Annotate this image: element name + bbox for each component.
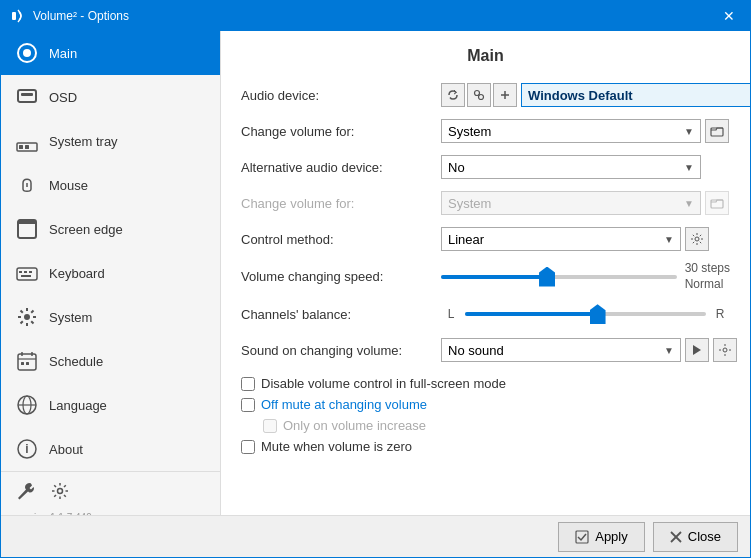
close-window-button[interactable]: ✕ bbox=[716, 5, 742, 27]
window-title: Volume² - Options bbox=[33, 9, 716, 23]
checkbox-fullscreen[interactable] bbox=[241, 377, 255, 391]
sidebar-item-language[interactable]: Language bbox=[1, 383, 220, 427]
alt-audio-dropdown[interactable]: No ▼ bbox=[441, 155, 701, 179]
svg-point-16 bbox=[24, 314, 30, 320]
svg-rect-7 bbox=[25, 145, 29, 149]
checkbox-volume-increase-label: Only on volume increase bbox=[283, 418, 426, 433]
audio-device-row: Audio device: bbox=[241, 81, 730, 109]
close-icon bbox=[670, 531, 682, 543]
sound-on-change-controls: No sound ▼ bbox=[441, 338, 737, 362]
sidebar-item-screen-edge[interactable]: Screen edge bbox=[1, 207, 220, 251]
alt-audio-label: Alternative audio device: bbox=[241, 160, 441, 175]
sidebar-about-label: About bbox=[49, 442, 83, 457]
wrench-icon[interactable] bbox=[15, 480, 37, 502]
svg-rect-14 bbox=[29, 271, 32, 273]
audio-device-controls: Windows Default ▼ bbox=[441, 83, 750, 107]
sidebar-item-schedule[interactable]: Schedule bbox=[1, 339, 220, 383]
change-volume-dropdown[interactable]: System ▼ bbox=[441, 119, 701, 143]
svg-rect-10 bbox=[18, 220, 36, 224]
control-method-settings[interactable] bbox=[685, 227, 709, 251]
sidebar-item-about[interactable]: i About bbox=[1, 427, 220, 471]
osd-icon bbox=[15, 85, 39, 109]
sound-settings-button[interactable] bbox=[713, 338, 737, 362]
link-icon-group bbox=[441, 83, 517, 107]
checkboxes-section: Disable volume control in full-screen mo… bbox=[241, 376, 730, 454]
change-volume-controls: System ▼ bbox=[441, 119, 730, 143]
change-volume2-controls: System ▼ bbox=[441, 191, 730, 215]
volume-speed-track[interactable] bbox=[441, 275, 677, 279]
sidebar-osd-label: OSD bbox=[49, 90, 77, 105]
volume-speed-controls: 30 steps Normal bbox=[441, 261, 730, 292]
app-icon bbox=[9, 7, 27, 25]
checkbox-volume-increase-row: Only on volume increase bbox=[263, 418, 730, 433]
change-volume2-value: System bbox=[448, 196, 684, 211]
svg-rect-22 bbox=[26, 362, 29, 365]
channels-balance-controls: L R bbox=[441, 307, 730, 321]
change-volume2-row: Change volume for: System ▼ bbox=[241, 189, 730, 217]
link-icon-2[interactable] bbox=[467, 83, 491, 107]
control-method-value: Linear bbox=[448, 232, 664, 247]
checkbox-mute-zero-row: Mute when volume is zero bbox=[241, 439, 730, 454]
volume-speed-info: 30 steps Normal bbox=[685, 261, 730, 292]
sidebar-item-keyboard[interactable]: Keyboard bbox=[1, 251, 220, 295]
audio-device-dropdown[interactable]: Windows Default ▼ bbox=[521, 83, 750, 107]
sidebar-item-osd[interactable]: OSD bbox=[1, 75, 220, 119]
alt-audio-controls: No ▼ bbox=[441, 155, 730, 179]
checkbox-mute-zero-label[interactable]: Mute when volume is zero bbox=[261, 439, 412, 454]
about-icon: i bbox=[15, 437, 39, 461]
play-button[interactable] bbox=[685, 338, 709, 362]
sidebar-keyboard-label: Keyboard bbox=[49, 266, 105, 281]
volume-speed-slider-container bbox=[441, 275, 677, 279]
checkbox-fullscreen-label[interactable]: Disable volume control in full-screen mo… bbox=[261, 376, 506, 391]
sidebar-system-label: System bbox=[49, 310, 92, 325]
sidebar-bottom-icons bbox=[1, 471, 220, 510]
sidebar-system-tray-label: System tray bbox=[49, 134, 118, 149]
sidebar-item-system-tray[interactable]: System tray bbox=[1, 119, 220, 163]
control-method-label: Control method: bbox=[241, 232, 441, 247]
change-volume2-label: Change volume for: bbox=[241, 196, 441, 211]
mouse-icon bbox=[15, 173, 39, 197]
sound-on-change-dropdown[interactable]: No sound ▼ bbox=[441, 338, 681, 362]
volume-speed-label: Volume changing speed: bbox=[241, 269, 441, 284]
right-label: R bbox=[710, 307, 730, 321]
svg-rect-0 bbox=[12, 12, 16, 20]
browse-button-1[interactable] bbox=[705, 119, 729, 143]
svg-line-31 bbox=[479, 95, 480, 96]
svg-rect-12 bbox=[19, 271, 22, 273]
sidebar-item-main[interactable]: Main bbox=[1, 31, 220, 75]
audio-device-label: Audio device: bbox=[241, 88, 441, 103]
apply-button[interactable]: Apply bbox=[558, 522, 645, 552]
system-icon bbox=[15, 305, 39, 329]
change-volume2-dropdown: System ▼ bbox=[441, 191, 701, 215]
checkbox-mute-label[interactable]: Off mute at changing volume bbox=[261, 397, 427, 412]
sidebar-item-mouse[interactable]: Mouse bbox=[1, 163, 220, 207]
change-volume-label: Change volume for: bbox=[241, 124, 441, 139]
close-button[interactable]: Close bbox=[653, 522, 738, 552]
svg-point-2 bbox=[23, 49, 31, 57]
link-icon-3[interactable] bbox=[493, 83, 517, 107]
volume-speed-row: Volume changing speed: 30 steps Normal bbox=[241, 261, 730, 292]
svg-rect-15 bbox=[21, 275, 31, 277]
sidebar-main-label: Main bbox=[49, 46, 77, 61]
sidebar: Main OSD bbox=[1, 31, 221, 515]
audio-device-value: Windows Default bbox=[528, 88, 750, 103]
channels-balance-track[interactable] bbox=[465, 312, 706, 316]
sound-on-change-row: Sound on changing volume: No sound ▼ bbox=[241, 336, 730, 364]
close-label: Close bbox=[688, 529, 721, 544]
system-tray-icon bbox=[15, 129, 39, 153]
checkbox-mute[interactable] bbox=[241, 398, 255, 412]
channels-balance-label: Channels' balance: bbox=[241, 307, 441, 322]
control-method-dropdown[interactable]: Linear ▼ bbox=[441, 227, 681, 251]
checkbox-mute-zero[interactable] bbox=[241, 440, 255, 454]
checkbox-volume-increase[interactable] bbox=[263, 419, 277, 433]
apply-icon bbox=[575, 530, 589, 544]
sidebar-item-system[interactable]: System bbox=[1, 295, 220, 339]
alt-audio-row: Alternative audio device: No ▼ bbox=[241, 153, 730, 181]
section-title: Main bbox=[241, 47, 730, 65]
apply-label: Apply bbox=[595, 529, 628, 544]
settings-icon[interactable] bbox=[49, 480, 71, 502]
titlebar: Volume² - Options ✕ bbox=[1, 1, 750, 31]
link-icon-1[interactable] bbox=[441, 83, 465, 107]
change-volume-row: Change volume for: System ▼ bbox=[241, 117, 730, 145]
control-method-row: Control method: Linear ▼ bbox=[241, 225, 730, 253]
